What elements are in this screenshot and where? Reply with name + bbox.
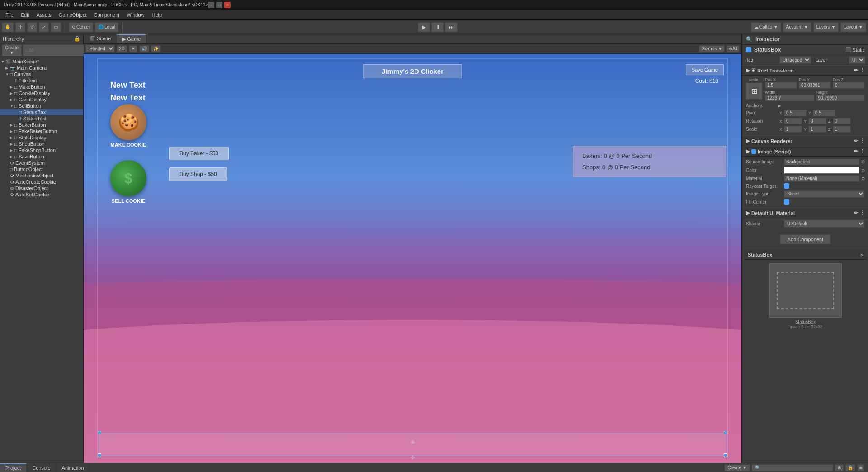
- menu-edit[interactable]: Edit: [17, 11, 33, 19]
- raycast-checkbox[interactable]: [784, 183, 789, 189]
- image-edit-icon[interactable]: ✏: [854, 148, 858, 154]
- image-script-section[interactable]: ▶ Image (Script) ✏ ⋮: [742, 146, 868, 157]
- effects-btn[interactable]: ✨: [151, 45, 161, 52]
- handle-tl[interactable]: [98, 431, 101, 434]
- buy-shop-btn[interactable]: Buy Shop - $50: [169, 167, 227, 181]
- hier-item-fakeshopbtn[interactable]: ▶□FakeShopButton: [0, 147, 83, 153]
- hier-item-statustext[interactable]: TStatusText: [0, 115, 83, 122]
- hier-item-statusbox[interactable]: □StatusBox: [0, 109, 83, 115]
- height-field[interactable]: [816, 95, 865, 101]
- hier-item-makebtn[interactable]: ▶□MakeButton: [0, 84, 83, 90]
- add-component-btn[interactable]: Add Component: [780, 234, 831, 244]
- static-checkbox[interactable]: Static: [846, 47, 865, 52]
- center-pivot-btn[interactable]: ⊙ Center: [69, 22, 93, 32]
- color-picker-icon[interactable]: ⊙: [861, 168, 865, 173]
- step-btn[interactable]: ⏭: [445, 22, 458, 32]
- pos-x-field[interactable]: [765, 82, 797, 89]
- hier-item-cookiedisp[interactable]: ▶□CookieDisplay: [0, 90, 83, 96]
- image-type-dropdown[interactable]: Sliced: [784, 190, 865, 198]
- menu-file[interactable]: File: [2, 11, 17, 19]
- 2d-btn[interactable]: 2D: [117, 45, 127, 52]
- width-field[interactable]: [765, 95, 814, 101]
- tab-animation[interactable]: Animation: [57, 464, 90, 472]
- layers-dropdown[interactable]: Layers ▼: [813, 22, 839, 32]
- source-image-field[interactable]: [784, 158, 859, 165]
- play-btn[interactable]: ▶: [418, 22, 430, 32]
- menu-assets[interactable]: Assets: [33, 11, 55, 19]
- default-material-section[interactable]: ▶ Default UI Material ✏ ⋮: [742, 208, 868, 218]
- scale-y-field[interactable]: [808, 126, 826, 133]
- canvas-renderer-section[interactable]: ▶ Canvas Renderer ✏ ⋮: [742, 136, 868, 146]
- hier-item-titletext[interactable]: TTitleText: [0, 77, 83, 84]
- menu-help[interactable]: Help: [148, 11, 165, 19]
- pivot-y-field[interactable]: [813, 110, 835, 116]
- pos-z-field[interactable]: [833, 82, 865, 89]
- hier-item-cashdisp[interactable]: ▶□CashDisplay: [0, 96, 83, 103]
- anchors-expand-icon[interactable]: ▶: [778, 103, 781, 108]
- transform-tool-hand[interactable]: ✋: [2, 22, 14, 32]
- tag-dropdown[interactable]: Untagged: [779, 56, 811, 64]
- project-options-btn[interactable]: ⚙: [835, 464, 844, 471]
- image-enabled-checkbox[interactable]: [751, 149, 756, 154]
- buy-baker-btn[interactable]: Buy Baker - $50: [169, 147, 229, 160]
- color-swatch[interactable]: [784, 167, 859, 174]
- transform-tool-move[interactable]: ✛: [15, 22, 25, 32]
- hierarchy-search[interactable]: [23, 44, 85, 56]
- transform-tool-rect[interactable]: ▭: [51, 22, 61, 32]
- hierarchy-create-btn[interactable]: Create ▼: [2, 44, 22, 56]
- hierarchy-lock-icon[interactable]: 🔒: [74, 36, 80, 42]
- hier-item-shopbtn[interactable]: ▶□ShopButton: [0, 141, 83, 147]
- transform-tool-rotate[interactable]: ↺: [27, 22, 37, 32]
- lights-btn[interactable]: ☀: [129, 45, 137, 52]
- layer-dropdown[interactable]: UI: [849, 56, 865, 64]
- hier-item-bakerbtn[interactable]: ▶□BakerButton: [0, 122, 83, 128]
- tab-console[interactable]: Console: [27, 464, 56, 472]
- project-create-btn[interactable]: Create ▼: [724, 464, 750, 471]
- rot-z-field[interactable]: [833, 118, 851, 124]
- rot-x-field[interactable]: [784, 118, 802, 124]
- material-field[interactable]: [784, 175, 859, 182]
- anchor-preset[interactable]: ⊞: [746, 83, 762, 99]
- hier-item-maincamera[interactable]: ▶📷Main Camera: [0, 65, 83, 71]
- handle-tr[interactable]: [724, 431, 727, 434]
- hier-item-canvas[interactable]: ▼□Canvas: [0, 71, 83, 77]
- minimize-btn[interactable]: −: [208, 2, 214, 8]
- pos-y-field[interactable]: [799, 82, 831, 89]
- make-cookie-btn[interactable]: 🍪 MAKE COOKIE: [110, 104, 146, 148]
- menu-component[interactable]: Component: [90, 11, 123, 19]
- handle-br[interactable]: [724, 453, 727, 457]
- hier-item-mainscene[interactable]: ▼🎬MainScene*: [0, 58, 83, 65]
- tab-project[interactable]: Project: [0, 463, 27, 472]
- collab-dropdown[interactable]: ☁ Collab ▼: [751, 22, 781, 32]
- local-global-btn[interactable]: 🌐 Local: [95, 22, 118, 32]
- shader-dropdown[interactable]: UI/Default: [784, 220, 865, 228]
- menu-window[interactable]: Window: [123, 11, 148, 19]
- transform-tool-scale[interactable]: ⤢: [39, 22, 49, 32]
- tab-scene[interactable]: 🎬 Scene: [84, 34, 117, 43]
- rot-y-field[interactable]: [808, 118, 826, 124]
- audio-btn[interactable]: 🔊: [139, 45, 149, 52]
- source-image-picker-icon[interactable]: ⊙: [861, 159, 865, 164]
- default-material-menu-icon[interactable]: ⋮: [860, 210, 865, 216]
- gizmos-btn[interactable]: Gizmos ▼: [699, 45, 725, 52]
- menu-gameobject[interactable]: GameObject: [55, 11, 90, 19]
- layout-dropdown[interactable]: Layout ▼: [840, 22, 866, 32]
- rect-menu-icon[interactable]: ⋮: [860, 67, 865, 73]
- canvas-renderer-menu-icon[interactable]: ⋮: [860, 138, 865, 144]
- rect-transform-section[interactable]: ▶ ⊞ Rect Transform ✏ ⋮: [742, 65, 868, 76]
- hier-item-buttonobj[interactable]: □ButtonObject: [0, 166, 83, 172]
- maximize-btn[interactable]: □: [216, 2, 222, 8]
- hier-item-mechanicsobj[interactable]: ⚙MechanicsObject: [0, 172, 83, 179]
- canvas-renderer-edit-icon[interactable]: ✏: [854, 138, 858, 144]
- hier-item-eventsystem[interactable]: ⚙EventSystem: [0, 160, 83, 166]
- rect-edit-icon[interactable]: ✏: [854, 67, 858, 73]
- hier-item-autosellcookie[interactable]: ⚙AutoSellCookie: [0, 191, 83, 198]
- pivot-x-field[interactable]: [784, 110, 807, 116]
- handle-bl[interactable]: [98, 453, 101, 457]
- fill-center-checkbox[interactable]: [784, 199, 789, 205]
- image-menu-icon[interactable]: ⋮: [860, 148, 865, 154]
- scale-x-field[interactable]: [784, 126, 802, 133]
- sell-cookie-btn[interactable]: $ SELL COOKIE: [110, 160, 146, 204]
- hier-item-fakebakerbtn[interactable]: ▶□FakeBakerButton: [0, 128, 83, 134]
- tab-game[interactable]: ▶ Game: [117, 34, 146, 43]
